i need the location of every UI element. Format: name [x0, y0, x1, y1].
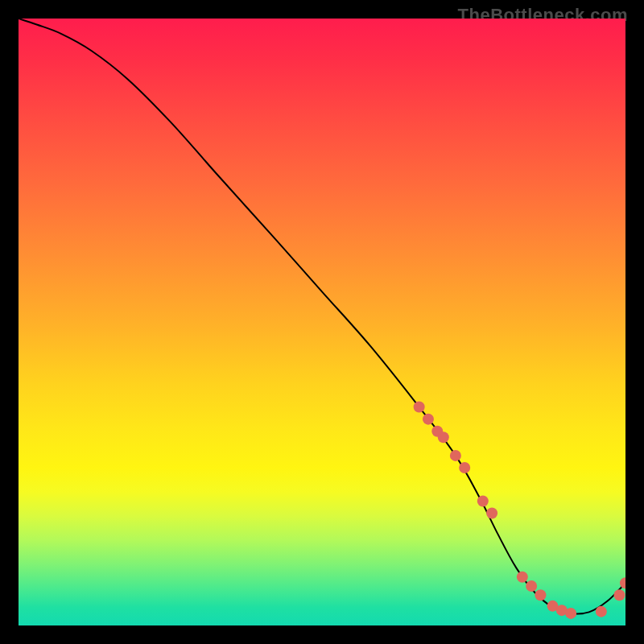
data-point — [613, 589, 625, 601]
data-point — [438, 431, 449, 443]
data-markers — [414, 402, 625, 619]
data-point — [620, 577, 625, 588]
data-point — [486, 508, 497, 519]
data-point — [517, 572, 528, 583]
data-point — [596, 606, 607, 617]
data-point — [535, 589, 546, 601]
bottleneck-curve — [19, 19, 625, 614]
chart-stage: TheBottleneck.com — [0, 0, 644, 644]
curve-svg — [19, 19, 625, 625]
plot-area — [19, 19, 625, 625]
data-point — [431, 426, 443, 437]
data-point — [556, 605, 568, 616]
data-point — [526, 580, 537, 592]
data-point — [414, 402, 425, 413]
data-point — [477, 495, 489, 506]
data-point — [565, 608, 576, 619]
data-point — [450, 450, 461, 461]
data-point — [547, 601, 559, 612]
data-point — [459, 462, 470, 473]
data-point — [423, 414, 434, 425]
